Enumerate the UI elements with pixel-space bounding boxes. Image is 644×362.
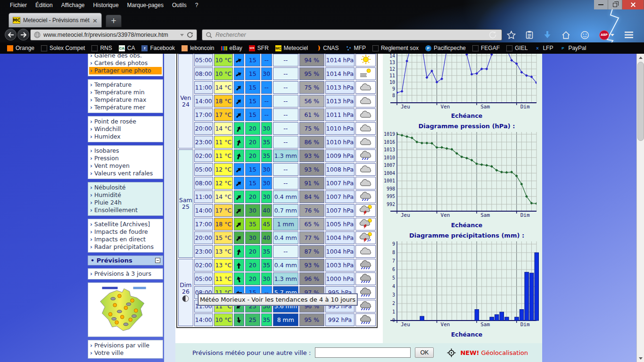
sidebar-item-satellite-archives-[interactable]: ›Satellite [Archives]: [89, 221, 162, 228]
hamburger-menu-icon[interactable]: [624, 31, 634, 39]
new-tab-button[interactable]: +: [106, 15, 122, 27]
scroll-up-button[interactable]: [637, 54, 644, 61]
geolocation-label: Géolocalisation: [481, 349, 528, 356]
sidebar-item-temp-rature-min[interactable]: ›Température min: [89, 89, 162, 96]
url-bar[interactable]: www.meteociel.fr/previsions/33978/morieu…: [30, 29, 197, 41]
sidebar-item-temp-rature[interactable]: ›Température: [89, 81, 162, 89]
restore-button[interactable]: [608, 0, 622, 9]
sidebar-item-temp-rature-max[interactable]: ›Température max: [89, 96, 162, 104]
bookmark-ca[interactable]: CACA: [116, 45, 139, 51]
wind-gust-cell: 35: [261, 136, 272, 148]
bookmark-cnas[interactable]: CNAS: [311, 45, 342, 51]
weather-icon-thunder-rain-sun: [355, 231, 376, 244]
bookmark-rns[interactable]: RNS: [88, 45, 115, 51]
bookmark-ebay[interactable]: eBay: [218, 45, 246, 51]
sidebar-item-pr-visions-3-jours[interactable]: ›Prévisions à 3 jours: [89, 270, 162, 278]
sidebar-item-cartes-des-photos[interactable]: ›Cartes des photos: [89, 59, 162, 67]
bookmark-solex-compet[interactable]: Solex Compet: [38, 45, 88, 51]
page-content: 141312111098JeuVenSamDim Echéance Diagra…: [0, 54, 636, 362]
bookmark-pacificpeche[interactable]: PPacificpeche: [422, 45, 469, 51]
arrow-bullet-icon: ›: [90, 221, 92, 228]
back-button[interactable]: [5, 29, 17, 41]
sidebar-item-n-bulosit-[interactable]: ›Nébulosité: [89, 184, 162, 191]
sidebar-item-ensoleillement[interactable]: ›Ensoleillement: [89, 206, 162, 214]
bookmark-facebook[interactable]: fFacebook: [138, 45, 178, 51]
tab-close-icon[interactable]: ×: [92, 17, 98, 24]
collapse-minus-icon[interactable]: [155, 258, 160, 263]
arrow-bullet-icon: ›: [90, 81, 92, 89]
vertical-scrollbar[interactable]: [636, 54, 644, 362]
temperature-cell: 17 °C: [214, 108, 233, 121]
bookmark-favicon: X: [534, 45, 540, 51]
sidebar-item-votre-ville[interactable]: ›Votre ville: [89, 349, 162, 357]
bookmark-label: Meteociel: [284, 45, 308, 51]
bookmark-sfr[interactable]: SFRSFR: [246, 45, 272, 51]
geolocation-crosshair-icon[interactable]: [447, 348, 456, 357]
sidebar-item-temp-rature-mer[interactable]: ›Température mer: [89, 104, 162, 111]
sidebar-item-pluie-24h[interactable]: ›Pluie 24h: [89, 199, 162, 206]
search-bar[interactable]: Rechercher: [202, 29, 502, 41]
sidebar-item-windchill[interactable]: ›Windchill: [89, 125, 162, 133]
bookmark-giel[interactable]: GIEL: [503, 45, 531, 51]
forward-button[interactable]: [17, 29, 29, 41]
temperature-cell: 10 °C: [214, 67, 233, 80]
bookmark-leboncoin[interactable]: leboncoin: [178, 45, 217, 51]
sidebar-item-label: Pression: [94, 155, 119, 162]
pressure-cell: 1013 hPa: [325, 95, 355, 107]
menu--dition[interactable]: Édition: [31, 1, 57, 9]
close-button[interactable]: [622, 0, 644, 9]
home-icon[interactable]: [561, 31, 570, 39]
sidebar-item-galerie-des-obs-[interactable]: ›Galerie des obs.: [89, 54, 162, 59]
scrollbar-thumb[interactable]: [637, 62, 644, 141]
bookmark-label: FEGAF: [481, 45, 500, 51]
bookmark-fegaf[interactable]: FEGAF: [469, 45, 503, 51]
bookmark-paypal[interactable]: PPayPal: [556, 45, 589, 51]
minimize-icon: [598, 4, 603, 5]
geolocation-link[interactable]: NEW! Géolocalisation: [460, 349, 528, 356]
menu-fichier[interactable]: Fichier: [6, 1, 31, 9]
menu-?[interactable]: ?: [191, 1, 203, 9]
reload-icon[interactable]: [187, 32, 193, 38]
sidebar-item-pression[interactable]: ›Pression: [89, 155, 162, 162]
sidebar-item-radar-pr-cipitations[interactable]: ›Radar précipitations: [89, 243, 162, 251]
bookmarks-menu-icon[interactable]: [526, 31, 533, 39]
menu-marque-pages[interactable]: Marque-pages: [123, 1, 168, 9]
scroll-down-button[interactable]: [637, 354, 644, 362]
bookmark-star-icon[interactable]: [507, 31, 516, 39]
tendances-button[interactable]: Météo Morieux - Voir les tendances de 4 …: [198, 294, 357, 305]
sidebar-item-valeurs-vent-rafales[interactable]: ›Valeurs vent rafales: [89, 170, 162, 177]
menu-outils[interactable]: Outils: [168, 1, 191, 9]
sidebar-item-impacts-de-foudre[interactable]: ›Impacts de foudre: [89, 228, 162, 236]
wind-speed-cell: 30: [245, 231, 260, 244]
sidebar-item-isobares[interactable]: ›Isobares: [89, 147, 162, 155]
sidebar-item-humidit-[interactable]: ›Humidité: [89, 191, 162, 199]
arrow-bullet-icon: ›: [90, 342, 92, 349]
france-map-thumbnail[interactable]: [88, 282, 163, 337]
sidebar-item-humidex[interactable]: ›Humidex: [89, 133, 162, 140]
svg-text:992: 992: [387, 202, 395, 207]
city-input[interactable]: [315, 347, 411, 358]
bookmark-reglement-sox[interactable]: Reglement sox: [369, 45, 422, 51]
minimize-button[interactable]: [594, 0, 608, 9]
sidebar-item-label: Nébulosité: [94, 184, 126, 191]
chat-smiley-icon[interactable]: [580, 31, 589, 40]
sidebar-item-point-de-ros-e[interactable]: ›Point de rosée: [89, 118, 162, 125]
menu-affichage[interactable]: Affichage: [57, 1, 89, 9]
bookmark-orange[interactable]: Orange: [4, 45, 38, 51]
menu-historique[interactable]: Historique: [89, 1, 123, 9]
adblock-button[interactable]: ABP: [599, 30, 614, 40]
sidebar-item-vent-moyen[interactable]: ›Vent moyen: [89, 162, 162, 170]
url-dropdown-icon[interactable]: [180, 34, 184, 36]
tab-meteociel[interactable]: MC Meteociel - Prévisions mét... ×: [8, 13, 102, 27]
sidebar-item-pr-visions-par-ville[interactable]: ›Prévisions par ville: [89, 342, 162, 349]
download-icon[interactable]: [543, 31, 552, 39]
bookmark-lfp[interactable]: XLFP: [531, 45, 556, 51]
bookmark-mfp[interactable]: MFP: [342, 45, 369, 51]
sidebar-item-partager-une-photo[interactable]: ›Partager une photo: [89, 67, 162, 74]
arrow-bullet-icon: ›: [90, 104, 92, 111]
ok-button[interactable]: OK: [415, 347, 434, 358]
history-icon[interactable]: [488, 31, 497, 39]
bookmark-meteociel[interactable]: MCMeteociel: [272, 45, 311, 51]
sidebar-section-previsions[interactable]: • Prévisions: [88, 255, 163, 265]
sidebar-item-impacts-en-direct[interactable]: ›Impacts en direct: [89, 236, 162, 243]
